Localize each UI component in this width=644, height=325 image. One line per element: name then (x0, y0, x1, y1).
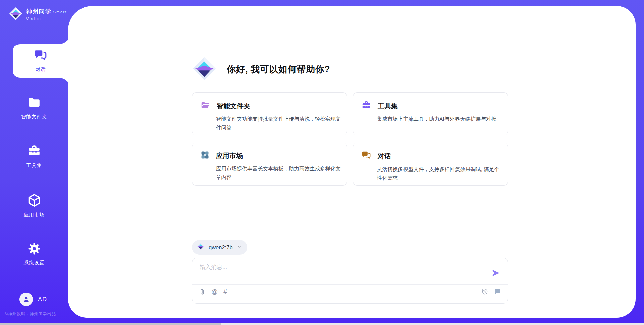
cube-icon (27, 193, 42, 209)
sidebar-item-smart-folder[interactable]: 智能文件夹 (0, 95, 68, 120)
sidebar-footer: ©神州数码 · 神州问学出品 (5, 311, 56, 317)
model-name: qwen2:7b (209, 244, 233, 251)
card-title: 工具集 (378, 102, 398, 111)
sidebar-item-label: 系统设置 (0, 260, 68, 266)
gear-icon (27, 242, 41, 257)
card-title: 智能文件夹 (217, 102, 250, 111)
toolbox-icon (27, 144, 41, 159)
chat-icon (34, 49, 48, 64)
attachment-icon[interactable] (199, 288, 206, 295)
grid-icon (200, 150, 210, 161)
brand-name: 神州问学 (26, 8, 52, 15)
main-panel: 你好, 我可以如何帮助你? 智能文件夹 智能文件夹功能支持批量文件上传与清洗，轻… (68, 6, 636, 318)
horizontal-scrollbar[interactable] (0, 323, 644, 325)
card-app-market[interactable]: 应用市场 应用市场提供丰富长文本模板，助力高效生成多样化文章内容 (192, 143, 347, 186)
card-description: 集成市场上主流工具，助力AI与外界无缝扩展与对接 (377, 115, 504, 123)
send-button[interactable] (490, 268, 501, 279)
sidebar-item-settings[interactable]: 系统设置 (0, 242, 68, 266)
history-icon[interactable] (481, 288, 488, 295)
card-smart-folder[interactable]: 智能文件夹 智能文件夹功能支持批量文件上传与清洗，轻松实现文件问答 (192, 92, 347, 135)
sidebar: 神州问学 Smart Vision 对话 智能文件夹 (0, 0, 68, 325)
brand-diamond-icon (9, 7, 23, 22)
sidebar-item-toolset[interactable]: 工具集 (0, 144, 68, 169)
card-title: 对话 (378, 152, 391, 161)
hashtag-icon[interactable]: # (223, 288, 227, 295)
message-composer: @ # (192, 258, 508, 304)
user-profile[interactable]: AD (19, 292, 47, 306)
card-title: 应用市场 (216, 151, 243, 160)
sidebar-item-label: 对话 (36, 66, 46, 73)
folder-open-icon (200, 100, 210, 112)
card-toolset[interactable]: 工具集 集成市场上主流工具，助力AI与外界无缝扩展与对接 (353, 92, 508, 135)
card-description: 智能文件夹功能支持批量文件上传与清洗，轻松实现文件问答 (216, 115, 343, 132)
brand-logo: 神州问学 Smart Vision (9, 7, 68, 22)
model-selector[interactable]: qwen2:7b (192, 240, 247, 255)
user-name: AD (38, 296, 47, 303)
greeting-title: 你好, 我可以如何帮助你? (227, 63, 330, 75)
scrollbar-thumb[interactable] (0, 323, 221, 325)
avatar (19, 292, 33, 306)
sidebar-item-app-market[interactable]: 应用市场 (0, 193, 68, 218)
greeting-logo-icon (192, 56, 217, 82)
sidebar-item-label: 应用市场 (0, 212, 68, 218)
message-input[interactable] (200, 263, 488, 282)
toolbox-icon (361, 100, 371, 112)
card-description: 灵活切换多模型文件，支持多样回复效果调试, 满足个性化需求 (377, 165, 504, 182)
greeting-block: 你好, 我可以如何帮助你? (192, 56, 330, 82)
sidebar-item-chat[interactable]: 对话 (13, 44, 68, 78)
comment-icon[interactable] (494, 288, 501, 295)
sidebar-item-label: 智能文件夹 (0, 114, 68, 120)
sidebar-item-label: 工具集 (0, 162, 68, 169)
composer-divider (192, 284, 508, 285)
card-description: 应用市场提供丰富长文本模板，助力高效生成多样化文章内容 (216, 164, 343, 182)
chat-icon (361, 150, 371, 162)
chevron-down-icon (237, 244, 242, 251)
card-chat[interactable]: 对话 灵活切换多模型文件，支持多样回复效果调试, 满足个性化需求 (353, 143, 508, 186)
mention-icon[interactable]: @ (211, 288, 218, 295)
folder-icon (27, 95, 41, 111)
feature-cards: 智能文件夹 智能文件夹功能支持批量文件上传与清洗，轻松实现文件问答 工具集 集 (192, 92, 508, 186)
model-logo-icon (197, 243, 205, 252)
